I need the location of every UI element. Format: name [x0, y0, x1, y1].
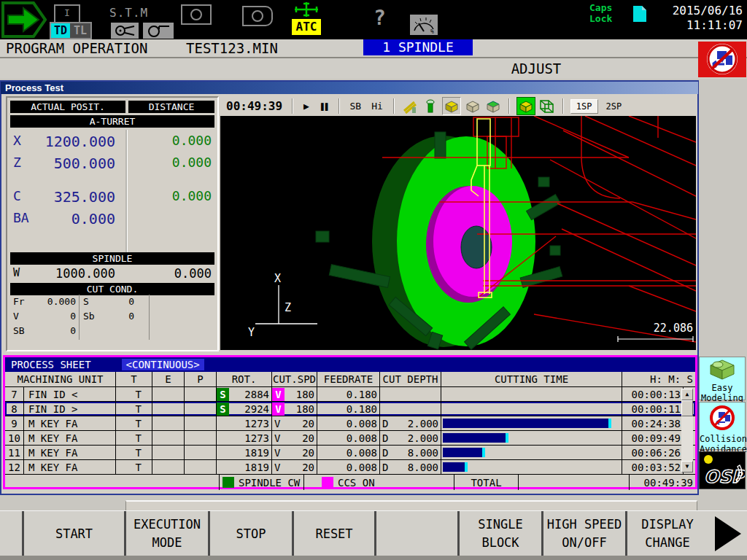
- scroll-down-button[interactable]: ▼: [681, 461, 693, 472]
- axis-y-label: Y: [248, 326, 255, 339]
- softkey-execution-mode[interactable]: EXECUTIONMODE: [124, 511, 208, 556]
- tl-badge: TL: [70, 23, 90, 38]
- softkey-blank-1[interactable]: [0, 511, 22, 556]
- cutting-time-bar: [443, 419, 611, 428]
- pallet-rotate-icon[interactable]: [181, 4, 212, 25]
- easy-modeling-icon: [708, 359, 737, 381]
- chuck-icon[interactable]: [242, 6, 273, 26]
- bolt-icon[interactable]: [422, 98, 439, 114]
- pause-icon[interactable]: ❚❚: [320, 101, 328, 112]
- caps-lock-indicator: CapsLock: [589, 3, 612, 25]
- cut-cond-grid: Fr 0.000 S 0 V 0 Sb 0 SB 0: [10, 296, 214, 340]
- osp-logo[interactable]: OSP: [699, 451, 746, 489]
- single-block-toggle[interactable]: SB: [350, 101, 362, 112]
- axis-x-label: X: [274, 272, 281, 285]
- high-speed-toggle[interactable]: Hi: [371, 101, 383, 112]
- play-icon[interactable]: ▶: [303, 101, 309, 112]
- datetime-display: 2015/06/16 11:11:07: [673, 4, 743, 33]
- date-label: 2015/06/16: [673, 4, 743, 18]
- wireframe-icon[interactable]: [538, 98, 556, 114]
- atc-axes-icon: [290, 1, 322, 18]
- softkey-single-block[interactable]: SINGLEBLOCK: [457, 511, 541, 556]
- distance-header: DISTANCE: [128, 101, 214, 113]
- status-icon-bar: I TD TL S.T.M ATC ? % CapsLock: [0, 0, 747, 39]
- program-select-arrow-icon[interactable]: [1, 1, 47, 38]
- softkey-start[interactable]: START: [22, 511, 124, 556]
- table-row[interactable]: 9 M KEY FA T 1273 V20 0.008 D2.000 00:24…: [5, 416, 695, 431]
- spindle-header: SPINDLE: [10, 252, 214, 265]
- atc-badge[interactable]: ATC: [292, 19, 321, 35]
- position-panel: ACTUAL POSIT. DISTANCE A-TURRET X 1200.0…: [6, 96, 219, 351]
- center-bore: [461, 226, 492, 268]
- scroll-thumb[interactable]: [681, 400, 693, 416]
- table-row[interactable]: 12 M KEY FA T 1819 V20 0.008 D8.000 00:0…: [5, 460, 695, 475]
- svg-text:%: %: [430, 28, 434, 35]
- spindle-cw-legend-chip: [222, 477, 234, 488]
- softkey-high-speed[interactable]: HIGH SPEEDON/OFF: [541, 511, 625, 556]
- tool-mode-indicator[interactable]: TD TL: [50, 22, 92, 39]
- operation-mode-label: PROGRAM OPERATION: [6, 40, 147, 56]
- scroll-up-button[interactable]: ▲: [681, 389, 693, 400]
- document-icon: [632, 4, 648, 23]
- actual-posit-header: ACTUAL POSIT.: [10, 101, 125, 113]
- tool-holder-icon[interactable]: [143, 23, 174, 39]
- total-time: 00:49:39: [630, 475, 695, 490]
- turret-header: A-TURRET: [10, 115, 214, 128]
- softkey-stop[interactable]: STOP: [208, 511, 292, 556]
- table-row-selected[interactable]: 8 FIN ID > T S2924 V180 0.180 00:00:11: [5, 402, 695, 416]
- osp-control-screen: I TD TL S.T.M ATC ? % CapsLock: [0, 0, 747, 560]
- box-lid-icon[interactable]: [484, 98, 502, 114]
- osp-dot: [704, 455, 713, 464]
- spindle2-view-button[interactable]: 2SP: [601, 100, 627, 113]
- spindle-cw-flag: S: [217, 388, 229, 401]
- easy-modeling-button[interactable]: EasyModeling: [699, 357, 746, 400]
- time-label: 11:11:07: [673, 18, 743, 33]
- softkey-blank-2[interactable]: [374, 511, 457, 556]
- machining-model: X Z Y 22.086: [220, 116, 696, 350]
- stock-layers-icon[interactable]: [401, 98, 419, 114]
- box-icon[interactable]: [464, 98, 481, 114]
- bottom-edge: [0, 556, 747, 560]
- softkey-reset[interactable]: RESET: [292, 511, 374, 556]
- process-sheet: PROCESS SHEET <CONTINUOUS> MACHINING UNI…: [3, 355, 697, 489]
- workpiece-open-box-icon[interactable]: [442, 97, 461, 115]
- stm-label: S.T.M: [109, 6, 148, 20]
- total-label: TOTAL: [454, 475, 519, 490]
- collision-avoidance-button[interactable]: CollisionAvoidance: [699, 402, 746, 450]
- ccs-on-legend-chip: [322, 477, 333, 488]
- scale-value: 22.086: [654, 322, 693, 335]
- tool-clamp-icon[interactable]: [111, 23, 139, 39]
- machine-lock-icon: [698, 42, 746, 77]
- process-sheet-title-bar: PROCESS SHEET <CONTINUOUS>: [5, 357, 695, 372]
- table-row[interactable]: 10 M KEY FA T 1273 V20 0.008 D2.000 00:0…: [5, 431, 695, 446]
- load-meter-icon[interactable]: %: [410, 15, 438, 35]
- ccs-on-flag: V: [272, 388, 285, 401]
- spindle1-view-button[interactable]: 1SP: [570, 99, 598, 114]
- sheet-scrollbar[interactable]: ▲ ▼: [681, 389, 693, 472]
- adjust-label: ADJUST: [471, 61, 602, 77]
- mode-header-row: PROGRAM OPERATION TEST123.MIN 1 SPINDLE: [0, 39, 747, 58]
- active-view-icon[interactable]: [516, 97, 535, 115]
- sim-timer: 00:49:39: [226, 99, 282, 113]
- simulation-viewport[interactable]: X Z Y 22.086: [220, 116, 696, 350]
- softkey-display-change[interactable]: DISPLAYCHANGE: [625, 511, 708, 556]
- simulation-toolbar: 00:49:39 ▶ ❚❚ SB Hi 1SP 2SP: [220, 96, 696, 116]
- continuous-mode-chip: <CONTINUOUS>: [122, 359, 204, 370]
- axis-z-label: Z: [285, 301, 291, 314]
- scale-bar: [618, 336, 693, 342]
- cutting-time-bar: [443, 433, 508, 443]
- softkey-bar: START EXECUTIONMODE STOP RESET SINGLEBLO…: [0, 510, 747, 556]
- process-sheet-header-row: MACHINING UNIT T E P ROT. CUT.SPD FEEDRA…: [5, 372, 695, 387]
- table-row[interactable]: 7 FIN ID < T S2884 V180 0.180 00:00:13: [5, 387, 695, 402]
- program-name-label: TEST123.MIN: [186, 40, 278, 56]
- td-badge: TD: [51, 23, 70, 38]
- ccs-on-flag: V: [272, 402, 285, 416]
- help-icon[interactable]: ?: [374, 6, 386, 30]
- window-title-bar[interactable]: Process Test: [1, 82, 698, 94]
- spindle-cw-flag: S: [217, 402, 229, 416]
- softkey-next-arrow[interactable]: [715, 516, 741, 551]
- spindle-badge: 1 SPINDLE: [363, 39, 473, 55]
- table-row[interactable]: 11 M KEY FA T 1819 V20 0.008 D8.000 00:0…: [5, 446, 695, 460]
- adjust-header-row: ADJUST: [0, 58, 747, 79]
- turret-index-icon[interactable]: I: [54, 4, 80, 23]
